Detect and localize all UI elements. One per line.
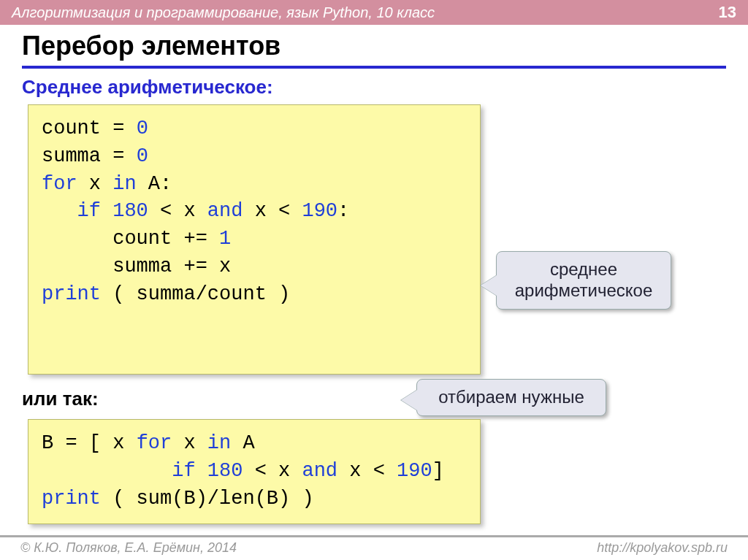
code-text: = [101,118,137,139]
slide: Алгоритмизация и программирование, язык … [0,0,748,560]
avg-heading: Среднее арифметическое: [22,76,726,99]
code-text: : [337,200,349,222]
code-keyword: for [137,432,172,454]
course-title: Алгоритмизация и программирование, язык … [12,4,435,21]
callout-average: среднее арифметическое [496,251,671,310]
code-text: ] [432,460,444,482]
callout-text: среднее арифметическое [515,259,653,300]
code-text: count [42,118,101,139]
footer-left: © К.Ю. Поляков, Е.А. Ерёмин, 2014 [20,540,237,556]
code-text: x [77,173,113,195]
callout-tail-icon [401,390,417,410]
footer: © К.Ю. Поляков, Е.А. Ерёмин, 2014 http:/… [0,535,748,560]
code-keyword: for [42,173,77,195]
or-heading: или так: [22,388,726,410]
content-area: Среднее арифметическое: count = 0 summa … [0,76,748,524]
code-text [42,460,172,482]
slide-title: Перебор элементов [0,25,748,61]
code-text: summa [42,145,101,167]
callout-filter: отбираем нужные [416,379,606,416]
page-number: 13 [719,3,736,22]
code-keyword: print [42,488,101,510]
code-text: x [172,432,207,454]
code-text: summa += x [42,256,231,277]
code-text: x < [243,200,302,222]
code-text: = [101,145,137,167]
code-text [101,200,112,222]
footer-right: http://kpolyakov.spb.ru [597,540,728,556]
code-text: < x [243,460,302,482]
code-keyword: and [207,200,243,222]
code-block-2: B = [ x for x in A if 180 < x and x < 19… [28,419,481,523]
title-underline [22,66,726,69]
code-text: count += [42,228,219,250]
code-text: ( summa/count ) [101,283,290,305]
code-keyword: if [172,460,195,482]
callout-tail-icon [481,275,497,296]
code-number: 1 [219,228,231,250]
code-number: 190 [302,200,337,222]
code-keyword: in [112,173,136,195]
code-text: ( sum(B)/len(B) ) [101,488,314,510]
code-keyword: if [77,200,101,222]
code-text: x < [337,460,397,482]
code-block-1: count = 0 summa = 0 for x in A: if 180 <… [28,104,481,375]
code-keyword: and [302,460,337,482]
header-bar: Алгоритмизация и программирование, язык … [0,0,748,25]
code-text: B = [ x [42,432,137,454]
code-number: 0 [137,118,148,139]
code-keyword: print [42,283,101,305]
code-number: 0 [137,145,148,167]
code-number: 190 [397,460,432,482]
code-number: 180 [207,460,243,482]
code-keyword: in [207,432,231,454]
code-text: A: [137,173,172,195]
row-or: или так: отбираем нужные [22,388,726,410]
code-text [42,200,77,222]
callout-text: отбираем нужные [438,387,584,407]
code-text: A [231,432,254,454]
code-text [196,460,207,482]
code-number: 180 [112,200,148,222]
code-text: < x [148,200,207,222]
